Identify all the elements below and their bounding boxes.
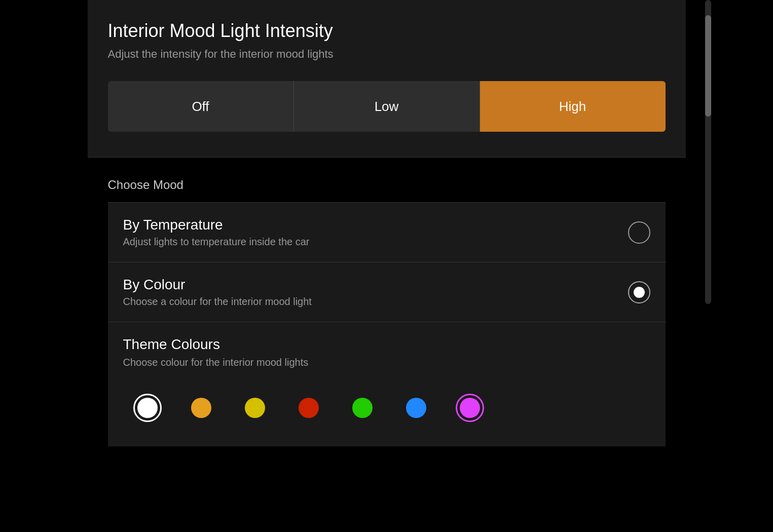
swatch-blue[interactable]: [402, 394, 430, 422]
mood-temperature-radio[interactable]: [628, 221, 650, 244]
intensity-title: Interior Mood Light Intensity: [108, 20, 666, 42]
mood-list: By Temperature Adjust lights to temperat…: [108, 202, 666, 446]
mood-item-colour[interactable]: By Colour Choose a colour for the interi…: [108, 262, 666, 322]
choose-mood-section: Choose Mood By Temperature Adjust lights…: [88, 158, 686, 457]
mood-colour-desc: Choose a colour for the interior mood li…: [123, 296, 312, 308]
theme-colours-title: Theme Colours: [123, 336, 650, 353]
scrollbar-track[interactable]: [705, 0, 711, 304]
intensity-low-button[interactable]: Low: [294, 81, 480, 132]
swatch-red[interactable]: [295, 394, 323, 422]
color-swatches-container: [123, 389, 650, 432]
mood-item-temperature-text: By Temperature Adjust lights to temperat…: [123, 217, 310, 248]
swatch-yellow[interactable]: [241, 394, 269, 422]
swatch-white[interactable]: [133, 394, 162, 422]
intensity-high-button[interactable]: High: [480, 81, 666, 132]
intensity-subtitle: Adjust the intensity for the interior mo…: [108, 48, 666, 61]
intensity-button-group: Off Low High: [108, 81, 666, 132]
intensity-section: Interior Mood Light Intensity Adjust the…: [88, 0, 686, 158]
mood-temperature-title: By Temperature: [123, 217, 310, 233]
choose-mood-label: Choose Mood: [108, 178, 666, 192]
theme-colours-section: Theme Colours Choose colour for the inte…: [108, 322, 666, 446]
mood-item-colour-text: By Colour Choose a colour for the interi…: [123, 277, 312, 308]
mood-colour-title: By Colour: [123, 277, 312, 293]
mood-item-temperature[interactable]: By Temperature Adjust lights to temperat…: [108, 203, 666, 262]
mood-colour-radio[interactable]: [628, 281, 650, 303]
intensity-off-button[interactable]: Off: [108, 81, 294, 132]
theme-colours-desc: Choose colour for the interior mood ligh…: [123, 357, 650, 368]
swatch-green[interactable]: [348, 394, 377, 422]
swatch-purple[interactable]: [456, 394, 484, 422]
swatch-orange[interactable]: [187, 394, 215, 422]
scrollbar-thumb[interactable]: [705, 15, 711, 117]
mood-temperature-desc: Adjust lights to temperature inside the …: [123, 236, 310, 248]
